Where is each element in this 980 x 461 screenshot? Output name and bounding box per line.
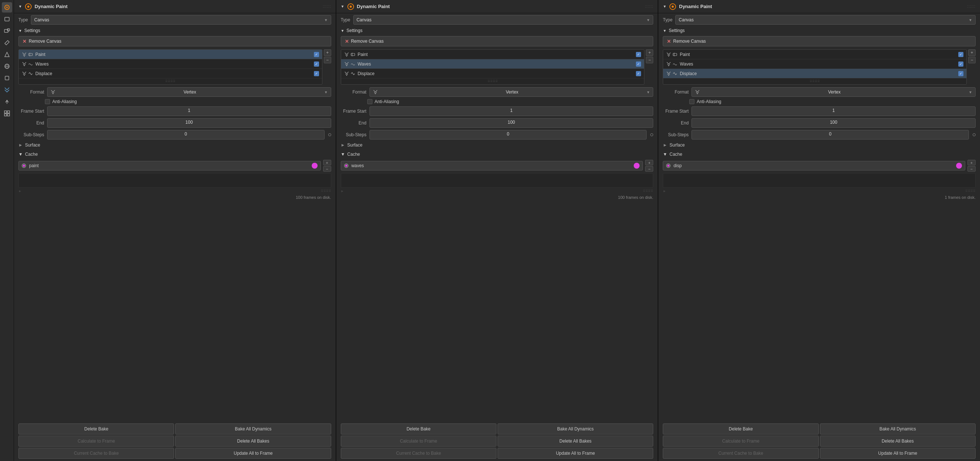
panel-1-remove-canvas[interactable]: ✕ Remove Canvas bbox=[18, 36, 331, 46]
panel-1-aa-checkbox[interactable] bbox=[45, 99, 50, 104]
panel-3-collapse[interactable]: ▼ bbox=[663, 5, 667, 8]
panel-2-cache-remove[interactable]: − bbox=[645, 166, 653, 172]
panel-3-waves-checkbox[interactable]: ✓ bbox=[958, 62, 963, 67]
panel-2-format-select[interactable]: Vertex ▼ bbox=[369, 87, 654, 97]
panel-2-update-all[interactable]: Update All to Frame bbox=[498, 448, 653, 459]
panel-1-surface-paint[interactable]: Paint ✓ bbox=[19, 50, 322, 59]
panel-2-substeps-input[interactable]: 0 bbox=[369, 130, 647, 140]
panel-3-paint-checkbox[interactable]: ✓ bbox=[958, 52, 963, 57]
panel-1-cache-radio[interactable] bbox=[22, 163, 26, 168]
panel-1-framestart-input[interactable]: 1 bbox=[47, 107, 331, 116]
panel-3-cache-bottom: ► ⠿⠿⠿⠿ bbox=[663, 188, 975, 194]
sidebar-icon-view[interactable] bbox=[2, 26, 12, 36]
panel-3-update-all[interactable]: Update All to Frame bbox=[820, 448, 975, 459]
panel-1-add-btn[interactable]: + bbox=[324, 49, 331, 56]
panel-1-delete-all[interactable]: Delete All Bakes bbox=[175, 435, 331, 447]
panel-1-update-all[interactable]: Update All to Frame bbox=[175, 448, 331, 459]
panel-2-surface-toggle[interactable]: ► Surface bbox=[336, 140, 658, 150]
panel-2-paint-checkbox[interactable]: ✓ bbox=[636, 52, 641, 57]
sidebar-icon-object[interactable] bbox=[2, 73, 12, 83]
panel-3-bake-all[interactable]: Bake All Dynamics bbox=[820, 423, 975, 434]
sidebar-icon-world[interactable] bbox=[2, 61, 12, 72]
panel-1-cache-header[interactable]: ▼ Cache bbox=[18, 150, 331, 158]
sidebar-icon-output[interactable] bbox=[2, 14, 12, 24]
sidebar-icon-particles[interactable] bbox=[2, 96, 12, 107]
panel-1-waves-checkbox[interactable]: ✓ bbox=[314, 62, 319, 67]
panel-3-cache-add[interactable]: + bbox=[967, 160, 975, 165]
panel-3-surface-paint[interactable]: Paint ✓ bbox=[663, 50, 966, 59]
panel-1-current-cache[interactable]: Current Cache to Bake bbox=[18, 448, 174, 459]
panel-2-end-input[interactable]: 100 bbox=[369, 118, 654, 128]
panel-1-surface-displace[interactable]: Displace ✓ bbox=[19, 69, 322, 78]
panel-1-surface-toggle[interactable]: ► Surface bbox=[14, 140, 336, 150]
panel-1-cache-remove[interactable]: − bbox=[323, 166, 331, 172]
panel-2-remove-btn[interactable]: − bbox=[646, 57, 653, 63]
panel-1-format-select[interactable]: Vertex ▼ bbox=[47, 87, 331, 97]
panel-2-cache-add[interactable]: + bbox=[645, 160, 653, 165]
panel-2-surface-waves[interactable]: Waves ✓ bbox=[341, 59, 644, 69]
panel-2-framestart-input[interactable]: 1 bbox=[369, 107, 654, 116]
panel-1-collapse[interactable]: ▼ bbox=[18, 5, 22, 8]
panel-2-aa-checkbox[interactable] bbox=[367, 99, 372, 104]
panel-3-calc-frame[interactable]: Calculate to Frame bbox=[663, 435, 818, 447]
panel-2-cache-header[interactable]: ▼ Cache bbox=[341, 150, 654, 158]
panel-2-surface-paint[interactable]: Paint ✓ bbox=[341, 50, 644, 59]
panel-3-cache-remove[interactable]: − bbox=[967, 166, 975, 172]
panel-1-delete-bake[interactable]: Delete Bake bbox=[18, 423, 174, 434]
panel-2-surface-displace[interactable]: Displace ✓ bbox=[341, 69, 644, 78]
panel-2-cache-dot bbox=[634, 163, 640, 169]
panel-1-surface-waves[interactable]: Waves ✓ bbox=[19, 59, 322, 69]
panel-3-surface-waves[interactable]: Waves ✓ bbox=[663, 59, 966, 69]
panel-2-delete-bake[interactable]: Delete Bake bbox=[341, 423, 496, 434]
panel-3-substeps-input[interactable]: 0 bbox=[692, 130, 969, 140]
panel-2-current-cache[interactable]: Current Cache to Bake bbox=[341, 448, 496, 459]
panel-2-delete-all[interactable]: Delete All Bakes bbox=[498, 435, 653, 447]
panel-1-type-select[interactable]: Canvas ▼ bbox=[31, 15, 331, 25]
panel-1-substeps-input[interactable]: 0 bbox=[47, 130, 325, 140]
panel-3-delete-all[interactable]: Delete All Bakes bbox=[820, 435, 975, 447]
panel-1-calc-frame[interactable]: Calculate to Frame bbox=[18, 435, 174, 447]
panel-2-waves-checkbox[interactable]: ✓ bbox=[636, 62, 641, 67]
panel-3-format-select[interactable]: Vertex ▼ bbox=[692, 87, 975, 97]
panel-2-cache-radio[interactable] bbox=[344, 163, 348, 168]
panel-1-paint-checkbox[interactable]: ✓ bbox=[314, 52, 319, 57]
panel-2-displace-checkbox[interactable]: ✓ bbox=[636, 71, 641, 76]
panel-1-framestart-row: Frame Start 1 bbox=[14, 105, 336, 117]
panel-2-surface-list-container: Paint ✓ Waves ✓ Displace bbox=[341, 49, 654, 85]
sidebar-icon-scene[interactable] bbox=[2, 49, 12, 60]
panel-3-displace-checkbox[interactable]: ✓ bbox=[958, 71, 963, 76]
panel-3-add-btn[interactable]: + bbox=[968, 49, 975, 56]
panel-3-end-input[interactable]: 100 bbox=[692, 118, 975, 128]
sidebar-icon-modifier[interactable] bbox=[2, 85, 12, 95]
panel-3-surface-displace[interactable]: Displace ✓ bbox=[663, 69, 966, 78]
panel-3-cache-bar[interactable]: disp bbox=[663, 161, 965, 171]
panel-2-add-btn[interactable]: + bbox=[646, 49, 653, 56]
svg-point-19 bbox=[671, 6, 674, 8]
panel-1-end-input[interactable]: 100 bbox=[47, 118, 331, 128]
panel-2-icon bbox=[347, 3, 354, 10]
panel-1-displace-checkbox[interactable]: ✓ bbox=[314, 71, 319, 76]
sidebar-icon-tools[interactable] bbox=[2, 38, 12, 48]
panel-2-calc-frame[interactable]: Calculate to Frame bbox=[341, 435, 496, 447]
sidebar-icon-physics[interactable] bbox=[2, 108, 12, 118]
panel-3-current-cache[interactable]: Current Cache to Bake bbox=[663, 448, 818, 459]
panel-3-remove-canvas[interactable]: ✕ Remove Canvas bbox=[663, 36, 975, 46]
panel-1-cache-add[interactable]: + bbox=[323, 160, 331, 165]
panel-2-collapse[interactable]: ▼ bbox=[341, 5, 344, 8]
panel-3-aa-checkbox[interactable] bbox=[689, 99, 694, 104]
panel-1-cache-bar[interactable]: paint bbox=[18, 161, 321, 171]
panel-3-type-select[interactable]: Canvas ▼ bbox=[675, 15, 975, 25]
panel-2-remove-canvas[interactable]: ✕ Remove Canvas bbox=[341, 36, 654, 46]
panel-3-framestart-input[interactable]: 1 bbox=[692, 107, 975, 116]
panel-2-bake-all[interactable]: Bake All Dynamics bbox=[498, 423, 653, 434]
panel-3-cache-radio[interactable] bbox=[666, 163, 670, 168]
sidebar-icon-render[interactable] bbox=[2, 2, 12, 13]
panel-3-cache-header[interactable]: ▼ Cache bbox=[663, 150, 975, 158]
panel-1-bake-all[interactable]: Bake All Dynamics bbox=[175, 423, 331, 434]
panel-3-remove-btn[interactable]: − bbox=[968, 57, 975, 63]
panel-2-type-select[interactable]: Canvas ▼ bbox=[353, 15, 654, 25]
panel-3-surface-toggle[interactable]: ► Surface bbox=[659, 140, 980, 150]
panel-2-cache-bar[interactable]: waves bbox=[341, 161, 643, 171]
panel-1-remove-btn[interactable]: − bbox=[324, 57, 331, 63]
panel-3-delete-bake[interactable]: Delete Bake bbox=[663, 423, 818, 434]
